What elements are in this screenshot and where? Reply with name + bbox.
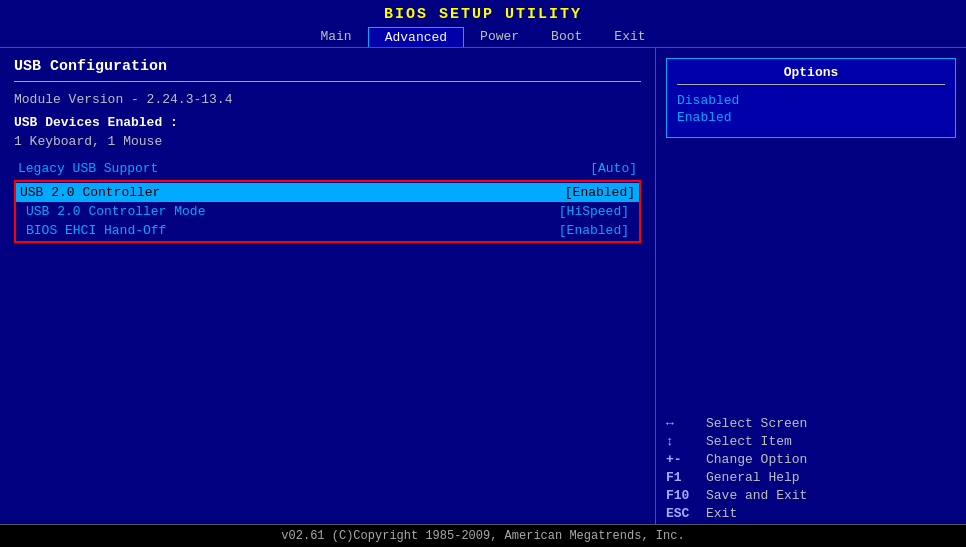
option-item[interactable]: Disabled [677, 93, 945, 108]
tab-boot[interactable]: Boot [535, 27, 598, 47]
help-desc: Save and Exit [706, 488, 807, 503]
usb2-controller-label: USB 2.0 Controller [20, 185, 160, 200]
tab-exit[interactable]: Exit [598, 27, 661, 47]
help-row: F1General Help [666, 470, 956, 485]
module-version: Module Version - 2.24.3-13.4 [14, 92, 641, 107]
option-item[interactable]: Enabled [677, 110, 945, 125]
bios-ehci-label: BIOS EHCI Hand-Off [26, 223, 166, 238]
tab-bar[interactable]: MainAdvancedPowerBootExit [0, 25, 966, 47]
usb2-mode-value: [HiSpeed] [559, 204, 629, 219]
help-row: ↕Select Item [666, 434, 956, 449]
footer: v02.61 (C)Copyright 1985-2009, American … [0, 524, 966, 547]
help-desc: General Help [706, 470, 800, 485]
legacy-usb-value: [Auto] [590, 161, 637, 176]
tab-main[interactable]: Main [304, 27, 367, 47]
tab-advanced[interactable]: Advanced [368, 27, 464, 47]
menu-item-legacy-usb[interactable]: Legacy USB Support [Auto] [14, 159, 641, 178]
usb2-controller-value: [Enabled] [565, 185, 635, 200]
main-content: USB Configuration Module Version - 2.24.… [0, 47, 966, 524]
usb2-mode-item[interactable]: USB 2.0 Controller Mode [HiSpeed] [16, 202, 639, 221]
options-list: DisabledEnabled [677, 93, 945, 125]
help-key: F10 [666, 488, 706, 503]
options-title: Options [677, 65, 945, 85]
menu-items-container: Legacy USB Support [Auto] USB 2.0 Contro… [14, 159, 641, 243]
divider [14, 81, 641, 82]
usb2-controller-item[interactable]: USB 2.0 Controller [Enabled] [16, 183, 639, 202]
devices-label: USB Devices Enabled : [14, 115, 641, 130]
help-key: ESC [666, 506, 706, 521]
help-desc: Exit [706, 506, 737, 521]
help-section: ↔Select Screen↕Select Item+-Change Optio… [656, 138, 966, 524]
app-title: BIOS SETUP UTILITY [384, 6, 582, 23]
selected-group: USB 2.0 Controller [Enabled] USB 2.0 Con… [14, 180, 641, 243]
bios-ehci-item[interactable]: BIOS EHCI Hand-Off [Enabled] [16, 221, 639, 240]
help-row: +-Change Option [666, 452, 956, 467]
help-row: ↔Select Screen [666, 416, 956, 431]
help-desc: Change Option [706, 452, 807, 467]
help-key: ↔ [666, 416, 706, 431]
help-desc: Select Screen [706, 416, 807, 431]
title-bar: BIOS SETUP UTILITY [0, 0, 966, 25]
bios-ehci-value: [Enabled] [559, 223, 629, 238]
tab-power[interactable]: Power [464, 27, 535, 47]
legacy-usb-label: Legacy USB Support [18, 161, 158, 176]
help-key: +- [666, 452, 706, 467]
section-title: USB Configuration [14, 58, 641, 75]
help-desc: Select Item [706, 434, 792, 449]
help-row: F10Save and Exit [666, 488, 956, 503]
help-key: ↕ [666, 434, 706, 449]
left-panel: USB Configuration Module Version - 2.24.… [0, 48, 656, 524]
devices-value: 1 Keyboard, 1 Mouse [14, 134, 641, 149]
help-key: F1 [666, 470, 706, 485]
devices-label-text: USB Devices Enabled : [14, 115, 178, 130]
usb2-mode-label: USB 2.0 Controller Mode [26, 204, 205, 219]
help-row: ESCExit [666, 506, 956, 521]
options-box: Options DisabledEnabled [666, 58, 956, 138]
footer-text: v02.61 (C)Copyright 1985-2009, American … [281, 529, 684, 543]
right-panel: Options DisabledEnabled ↔Select Screen↕S… [656, 48, 966, 524]
bios-setup-utility: BIOS SETUP UTILITY MainAdvancedPowerBoot… [0, 0, 966, 547]
